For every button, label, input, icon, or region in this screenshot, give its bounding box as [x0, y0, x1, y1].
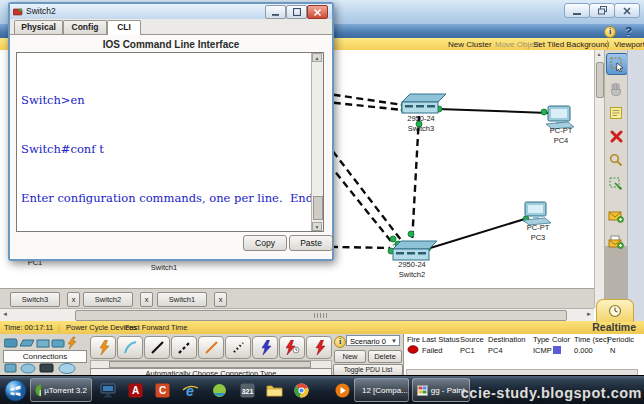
scenario-panel: i Scenario 0 ▼ New Delete Toggle PDU Lis… [332, 334, 403, 375]
scroll-left-arrow-icon[interactable]: ◄ [2, 311, 8, 317]
taskbar-internet-explorer-icon[interactable]: e [181, 381, 199, 399]
scenario-new-button[interactable]: New [334, 350, 366, 363]
move-layout-tool-button[interactable] [606, 79, 626, 99]
copper-crossover-button[interactable] [171, 336, 197, 359]
palette-scroll-thumb[interactable] [109, 361, 311, 368]
select-icon [610, 57, 625, 72]
horizontal-scroll-thumb[interactable] [75, 310, 567, 321]
switch2-dialog: Switch2 Physical Config CLI IOS Command … [8, 2, 334, 261]
minimize-icon [272, 9, 279, 16]
pdu-cell-source: PC1 [460, 346, 475, 355]
pdu-cell-color-swatch [553, 346, 561, 354]
tab-config[interactable]: Config [63, 20, 107, 34]
category-row-top[interactable] [4, 336, 84, 349]
pdu-header-type: Type [533, 335, 549, 344]
watermark-text: ccie-study.blogspot.com [461, 385, 642, 401]
console-cable-button[interactable] [117, 336, 143, 359]
taskbar-adobe-reader-icon[interactable]: A [126, 381, 144, 399]
cli-terminal[interactable]: Switch>en Switch#conf t Enter configurat… [16, 52, 324, 232]
pc3-model-label: PC-PT [527, 223, 550, 232]
taskbar-media-player-classic-icon[interactable]: 321 [238, 381, 256, 399]
device-switch2[interactable] [393, 241, 437, 260]
fiber-cable-icon [204, 340, 219, 355]
workspace-vertical-scrollbar[interactable]: ▲ ▼ [594, 50, 604, 308]
device-dialog-icon [13, 7, 23, 16]
viewport-button[interactable]: Viewport [607, 40, 644, 49]
inspect-tool-button[interactable] [606, 150, 626, 170]
cli-scroll-up-icon[interactable]: ▲ [312, 53, 322, 62]
dialog-button-switch2[interactable]: Switch2 [83, 292, 133, 307]
dialog-button-switch1[interactable]: Switch1 [157, 292, 207, 307]
maximize-icon [293, 8, 301, 16]
taskbar-display-icon[interactable] [99, 381, 117, 399]
dialog-button-switch3[interactable]: Switch3 [10, 292, 60, 307]
switch2-model-label: 2950-24 [398, 260, 426, 269]
vertical-scroll-thumb[interactable] [596, 62, 604, 98]
start-button[interactable] [4, 379, 27, 402]
fast-forward-button[interactable]: Fast Forward Time [125, 323, 188, 332]
scenario-info-icon[interactable]: i [334, 336, 346, 348]
delete-tool-button[interactable] [606, 126, 626, 146]
category-row-bottom[interactable] [4, 362, 84, 375]
switch3-model-label: 2950-24 [407, 114, 435, 123]
dialog-tab-bar: Physical Config CLI [10, 19, 332, 35]
scenario-select[interactable]: Scenario 0 ▼ [346, 335, 400, 346]
fiber-cable-button[interactable] [198, 336, 224, 359]
phone-cable-button[interactable] [225, 336, 251, 359]
coaxial-cable-button[interactable] [252, 336, 278, 359]
dialog-close-switch2[interactable]: x [140, 292, 153, 307]
dialog-close-switch1[interactable]: x [214, 292, 227, 307]
clock-icon [608, 304, 622, 318]
close-icon [623, 7, 631, 15]
connection-palette: Automatically Choose Connection Type [88, 334, 332, 375]
taskbar-presentation-icon[interactable]: C [153, 381, 171, 399]
new-cluster-button[interactable]: New Cluster [448, 40, 492, 49]
restore-button[interactable] [589, 3, 615, 18]
device-pc3[interactable] [523, 202, 551, 225]
serial-dce-button[interactable] [279, 336, 305, 359]
wan-emulation-category-icon [21, 364, 35, 373]
realtime-mode-tab[interactable] [596, 299, 634, 322]
close-button[interactable] [614, 3, 640, 18]
tab-cli[interactable]: CLI [107, 20, 141, 35]
custom-devices-category-icon [40, 364, 53, 372]
close-icon [314, 9, 321, 16]
tab-physical[interactable]: Physical [14, 20, 63, 34]
add-complex-pdu-tool-button[interactable] [606, 232, 626, 252]
cli-line: Switch>en [21, 92, 311, 108]
dialog-maximize-button[interactable] [286, 5, 307, 19]
taskbar-messenger-icon[interactable] [210, 381, 228, 399]
auto-connection-button[interactable] [90, 336, 116, 359]
dialog-close-switch3[interactable]: x [67, 292, 80, 307]
serial-dte-button[interactable] [306, 336, 332, 359]
resize-icon [609, 177, 623, 191]
help-icon[interactable]: ? [625, 25, 632, 37]
minimize-button[interactable] [564, 3, 590, 18]
taskbar-media-play-icon[interactable] [333, 381, 351, 399]
taskbar-folder-icon[interactable] [265, 381, 283, 399]
dialog-close-button[interactable] [307, 5, 328, 19]
copy-button[interactable]: Copy [243, 235, 287, 251]
cli-scrollbar[interactable]: ▲ ▼ [311, 53, 323, 231]
select-tool-button[interactable] [606, 53, 628, 75]
switch2-name-label: Switch2 [399, 270, 425, 279]
resize-shape-tool-button[interactable] [606, 174, 626, 194]
info-icon[interactable]: i [604, 26, 616, 38]
taskbar-chrome-icon[interactable] [292, 381, 310, 399]
scenario-delete-button[interactable]: Delete [368, 350, 402, 363]
pdu-fire-dot[interactable] [407, 345, 419, 354]
taskbar-utorrent-button[interactable]: µ µTorrent 3.2 [30, 378, 92, 402]
set-tiled-background-button[interactable]: Set Tiled Background [533, 40, 609, 49]
taskbar-compa-window-button[interactable]: 12 [Compa... [354, 378, 409, 402]
copper-straight-button[interactable] [144, 336, 170, 359]
scroll-right-arrow-icon[interactable]: ► [586, 311, 592, 317]
dialog-minimize-button[interactable] [265, 5, 286, 19]
place-note-tool-button[interactable] [606, 103, 626, 123]
add-simple-pdu-tool-button[interactable] [606, 206, 626, 226]
paste-button[interactable]: Paste [289, 235, 333, 251]
cli-scroll-down-icon[interactable]: ▼ [312, 222, 322, 231]
packet-tracer-app: i ? New Cluster Move Object Set Tiled Ba… [0, 0, 644, 404]
scroll-up-arrow-icon[interactable]: ▲ [596, 51, 602, 57]
dialog-title-bar[interactable]: Switch2 [10, 4, 332, 20]
cli-scroll-thumb[interactable] [313, 196, 323, 220]
